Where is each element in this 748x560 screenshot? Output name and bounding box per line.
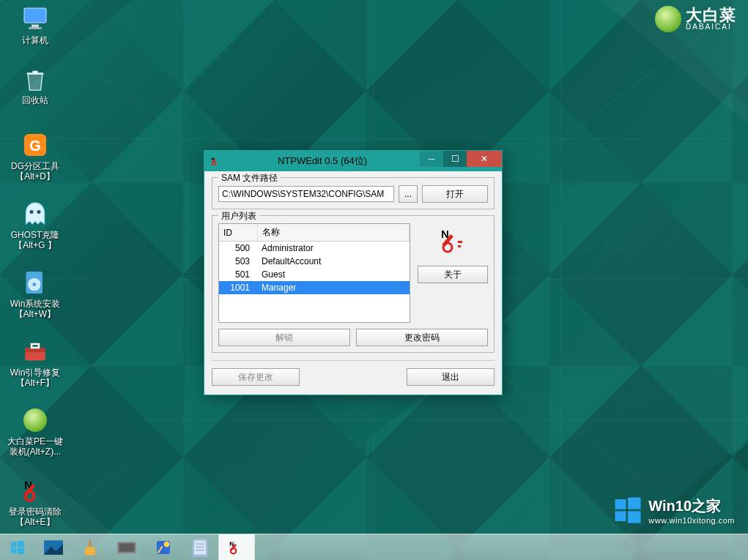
brand-en: DABAICAI [686, 23, 736, 31]
watermark: Win10之家 www.win10xitong.com [613, 496, 735, 525]
cabbage-icon [655, 6, 681, 32]
user-list[interactable]: ID 名称 500Administrator503DefaultAccount5… [218, 223, 410, 323]
taskbar-item-hardware[interactable] [108, 534, 145, 560]
change-password-button[interactable]: 更改密码 [356, 329, 488, 346]
brand-cn: 大白菜 [686, 7, 736, 23]
sam-path-input[interactable] [218, 186, 394, 202]
svg-rect-39 [89, 540, 92, 547]
user-row[interactable]: 500Administrator [219, 242, 410, 255]
recyclebin-icon [21, 64, 50, 94]
svg-rect-31 [458, 241, 462, 243]
taskbar-item-tweak[interactable] [145, 534, 182, 560]
svg-rect-24 [628, 511, 641, 523]
sam-group-label: SAM 文件路径 [218, 172, 281, 184]
svg-point-14 [32, 283, 36, 286]
titlebar[interactable]: N NTPWEdit 0.5 (64位) ─ ☐ ✕ [204, 151, 502, 171]
windows-icon [613, 496, 643, 525]
desktop-icon-dabaicai[interactable]: 大白菜PE一键 装机(Alt+Z)... [6, 406, 64, 457]
close-button[interactable]: ✕ [467, 151, 502, 167]
taskbar-item-cleanup[interactable] [72, 534, 108, 560]
cabbage-icon [21, 406, 50, 435]
desktop-icon-label: GHOST克隆 【Alt+G 】 [6, 230, 64, 250]
desktop-icon-recyclebin[interactable]: 回收站 [6, 64, 64, 105]
col-name[interactable]: 名称 [257, 224, 410, 242]
desktop-icon-bootfix[interactable]: Win引导修复 【Alt+F】 [6, 337, 64, 388]
watermark-title: Win10之家 [648, 496, 735, 516]
toolbox-icon [21, 337, 50, 366]
svg-rect-33 [11, 542, 17, 547]
start-button[interactable] [0, 534, 35, 560]
taskbar-item-notepad[interactable] [182, 534, 218, 560]
svg-rect-23 [615, 511, 626, 521]
userlist-group: 用户列表 ID 名称 500Administrator503DefaultAcc… [212, 215, 495, 353]
monitor-icon [21, 4, 50, 34]
svg-rect-35 [11, 548, 17, 553]
disc-icon [21, 268, 50, 297]
desktop-icon-wininstall[interactable]: Win系统安装 【Alt+W】 [6, 268, 64, 319]
unlock-button[interactable]: 解锁 [218, 329, 350, 346]
exit-button[interactable]: 退出 [407, 368, 495, 386]
taskbar-item-desktop[interactable] [35, 534, 72, 560]
user-row[interactable]: 501Guest [219, 268, 410, 281]
taskbar: N [0, 534, 748, 560]
app-logo-icon: N [438, 226, 467, 255]
desktop-icon-ghost[interactable]: GHOST克隆 【Alt+G 】 [6, 199, 64, 250]
userlist-group-label: 用户列表 [218, 210, 259, 223]
user-row[interactable]: 1001Manager [219, 281, 410, 294]
svg-point-43 [164, 541, 170, 547]
open-button[interactable]: 打开 [422, 185, 488, 203]
svg-rect-45 [194, 540, 206, 555]
maximize-button[interactable]: ☐ [443, 151, 467, 167]
taskbar-item-ntpwedit[interactable]: N [218, 534, 255, 560]
watermark-url: www.win10xitong.com [648, 516, 735, 525]
separator [212, 360, 495, 361]
svg-point-10 [30, 210, 34, 214]
key-icon: N [21, 476, 50, 505]
desktop-icon-label: 计算机 [6, 35, 64, 45]
desktop-icon-label: DG分区工具 【Alt+D】 [6, 161, 64, 182]
desktop-icon-label: Win引导修复 【Alt+F】 [6, 367, 64, 388]
ghost-icon [21, 199, 50, 228]
minimize-button[interactable]: ─ [420, 151, 443, 167]
app-icon: N [207, 155, 225, 167]
save-button[interactable]: 保存更改 [212, 368, 300, 386]
desktop-icon-diskgenius[interactable]: G DG分区工具 【Alt+D】 [6, 130, 64, 182]
desktop-icon-label: Win系统安装 【Alt+W】 [6, 299, 64, 319]
browse-button[interactable]: ... [399, 185, 418, 203]
svg-rect-6 [32, 25, 39, 28]
app-window-ntpwedit: N NTPWEdit 0.5 (64位) ─ ☐ ✕ SAM 文件路径 ... … [204, 150, 503, 395]
desktop-icon-computer[interactable]: 计算机 [6, 4, 64, 45]
col-id[interactable]: ID [219, 224, 257, 242]
svg-rect-41 [119, 543, 134, 551]
partition-icon: G [21, 130, 50, 160]
window-title: NTPWEdit 0.5 (64位) [225, 154, 420, 168]
svg-rect-22 [628, 498, 641, 509]
sam-path-group: SAM 文件路径 ... 打开 [212, 177, 495, 209]
svg-rect-21 [615, 499, 626, 509]
svg-rect-36 [18, 548, 24, 553]
desktop-icon-ntpwedit[interactable]: N 登录密码清除 【Alt+E】 [6, 476, 64, 527]
user-row[interactable]: 503DefaultAccount [219, 255, 410, 268]
svg-point-11 [37, 210, 41, 214]
svg-rect-17 [32, 344, 39, 348]
svg-rect-32 [458, 245, 461, 247]
svg-rect-5 [24, 8, 46, 23]
svg-rect-34 [18, 541, 24, 547]
svg-rect-7 [29, 27, 42, 29]
svg-text:G: G [29, 138, 41, 154]
brand-logo: 大白菜 DABAICAI [655, 6, 736, 32]
about-button[interactable]: 关于 [418, 266, 488, 283]
desktop-icon-label: 登录密码清除 【Alt+E】 [6, 507, 64, 527]
desktop-icon-label: 回收站 [6, 95, 64, 105]
desktop-icon-label: 大白菜PE一键 装机(Alt+Z)... [6, 436, 64, 457]
